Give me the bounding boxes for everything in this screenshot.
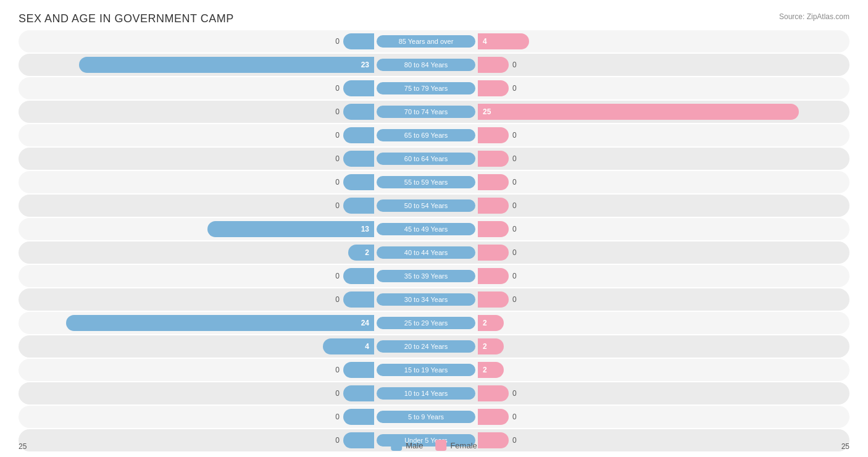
male-bar-zero [343,362,374,378]
right-side: 0 [475,195,833,217]
female-bar-zero [478,385,509,401]
male-bar-zero [343,33,374,49]
chart-row: 0 65 to 69 Years 0 [19,124,849,146]
female-label: Female [450,441,477,450]
left-side: 0 [19,148,377,170]
right-side: 4 [475,30,833,52]
right-side: 2 [475,312,833,334]
male-zero: 0 [335,107,340,116]
male-zero: 0 [335,389,340,398]
male-bar: 23 [79,57,374,73]
chart-row: 0 75 to 79 Years 0 [19,77,849,99]
male-swatch [391,440,402,451]
age-label: 5 to 9 Years [377,411,475,423]
female-bar-zero [478,409,509,425]
legend-male: Male [391,440,423,451]
age-label: 30 to 34 Years [377,293,475,306]
left-side: 0 [19,359,377,381]
left-side: 0 [19,382,377,405]
male-bar-zero [343,151,374,167]
female-zero: 0 [512,225,517,233]
female-value: 4 [478,37,492,46]
age-label: 75 to 79 Years [377,82,475,94]
axis-left: 25 [19,442,27,451]
female-value: 2 [478,342,492,351]
female-bar-zero [478,245,509,261]
right-side: 0 [475,171,833,193]
left-side: 0 [19,30,377,52]
female-zero: 0 [512,248,517,257]
male-bar-zero [343,198,374,214]
female-bar-zero [478,221,509,237]
male-bar-zero [343,385,374,401]
left-side: 23 [19,54,377,76]
female-zero: 0 [512,131,517,140]
right-side: 0 [475,406,833,428]
male-zero: 0 [335,154,340,163]
left-side: 2 [19,241,377,264]
axis-right: 25 [841,442,849,451]
female-value: 25 [478,107,496,116]
age-label: 25 to 29 Years [377,317,475,329]
right-side: 0 [475,54,833,76]
female-bar: 2 [478,338,504,354]
right-side: 0 [475,382,833,405]
age-label: 85 Years and over [377,35,475,48]
left-side: 0 [19,77,377,99]
male-zero: 0 [335,131,340,140]
age-label: 70 to 74 Years [377,106,475,118]
female-zero: 0 [512,272,517,280]
chart-row: 13 45 to 49 Years 0 [19,218,849,240]
right-side: 0 [475,241,833,264]
male-value: 24 [356,319,374,327]
male-zero: 0 [335,295,340,304]
chart-row: 0 35 to 39 Years 0 [19,265,849,287]
right-side: 0 [475,218,833,240]
left-side: 4 [19,335,377,358]
female-value: 2 [478,319,492,327]
age-label: 10 to 14 Years [377,387,475,400]
male-bar-zero [343,268,374,284]
chart-row: 0 60 to 64 Years 0 [19,148,849,170]
chart-row: 0 30 to 34 Years 0 [19,288,849,311]
chart-row: 0 55 to 59 Years 0 [19,171,849,193]
male-bar-zero [343,104,374,120]
age-label: 40 to 44 Years [377,246,475,259]
left-side: 0 [19,124,377,146]
female-bar-zero [478,57,509,73]
right-side: 2 [475,359,833,381]
male-zero: 0 [335,272,340,280]
female-zero: 0 [512,295,517,304]
female-zero: 0 [512,389,517,398]
male-bar: 13 [207,221,374,237]
female-swatch [435,440,446,451]
right-side: 2 [475,335,833,358]
male-zero: 0 [335,366,340,374]
male-bar-zero [343,432,374,448]
chart-row: 0 5 to 9 Years 0 [19,406,849,428]
female-bar-zero [478,151,509,167]
legend: Male Female [391,440,477,451]
female-bar-zero [478,127,509,143]
female-bar-zero [478,174,509,190]
female-zero: 0 [512,201,517,210]
female-zero: 0 [512,436,517,445]
left-side: 0 [19,265,377,287]
right-side: 0 [475,148,833,170]
female-bar: 25 [478,104,799,120]
age-label: 80 to 84 Years [377,59,475,71]
right-side: 0 [475,429,833,451]
age-label: 15 to 19 Years [377,364,475,376]
male-bar: 2 [348,245,374,261]
chart-row: 2 40 to 44 Years 0 [19,241,849,264]
age-label: 65 to 69 Years [377,129,475,141]
chart-row: 24 25 to 29 Years 2 [19,312,849,334]
left-side: 24 [19,312,377,334]
chart-row: 0 15 to 19 Years 2 [19,359,849,381]
male-bar-zero [343,291,374,308]
age-label: 50 to 54 Years [377,199,475,212]
male-bar-zero [343,409,374,425]
male-value: 13 [356,225,374,233]
chart-row: 0 70 to 74 Years 25 [19,101,849,123]
male-bar: 24 [66,315,374,331]
